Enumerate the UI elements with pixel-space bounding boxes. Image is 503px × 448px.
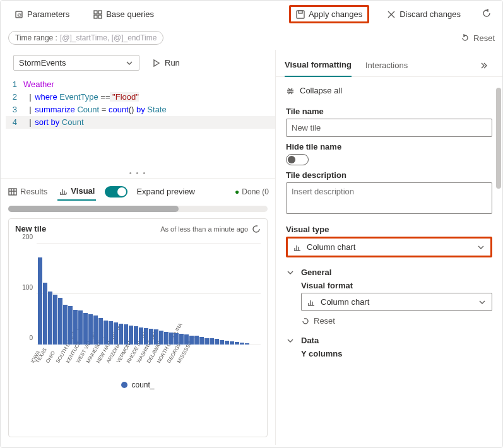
tile-desc-input[interactable] (286, 182, 492, 214)
expand-preview-label: Expand preview (136, 187, 195, 196)
refresh-icon[interactable] (252, 225, 261, 233)
time-range-value: [@]_startTime, [@]_endTime (60, 33, 157, 42)
bar (68, 306, 73, 345)
undo-icon (461, 33, 470, 42)
collapse-all-button[interactable]: Collapse all (286, 83, 492, 102)
parameters-button[interactable]: @ Parameters (8, 6, 76, 23)
expand-preview-toggle[interactable] (105, 186, 127, 197)
bar (220, 340, 224, 345)
tab-interactions[interactable]: Interactions (365, 57, 408, 76)
bar (225, 341, 229, 345)
refresh-button[interactable] (478, 5, 495, 23)
close-icon (387, 10, 396, 19)
bar (43, 283, 47, 345)
tab-visual-formatting[interactable]: Visual formatting (285, 56, 352, 77)
chart-icon (293, 243, 302, 252)
hide-tile-toggle[interactable] (286, 154, 309, 165)
chart-icon (307, 298, 316, 307)
hide-tile-label: Hide tile name (286, 142, 492, 151)
svg-rect-3 (98, 11, 102, 14)
vertical-scrollbar[interactable] (496, 88, 501, 439)
check-icon: ● (235, 187, 239, 196)
tab-results[interactable]: Results (7, 183, 49, 200)
save-icon (296, 10, 305, 19)
more-button[interactable] (477, 57, 494, 76)
chart-icon (59, 187, 68, 196)
reset-visual-button[interactable]: Reset (301, 316, 492, 326)
query-editor[interactable]: 1Weather2 | where EventType == "Flood"3 … (1, 76, 275, 131)
discard-changes-button[interactable]: Discard changes (381, 6, 467, 23)
tile-timestamp: As of less than a minute ago (160, 225, 248, 233)
resize-handle[interactable]: • • • (1, 169, 275, 178)
chevron-down-icon (286, 336, 295, 345)
bar (235, 342, 239, 345)
chevron-down-icon (286, 268, 295, 277)
tab-visual[interactable]: Visual (57, 182, 96, 201)
legend-marker (121, 382, 127, 388)
reset-label: Reset (473, 33, 495, 43)
run-label: Run (165, 58, 180, 68)
tab-results-label: Results (20, 187, 47, 196)
bar (189, 336, 194, 345)
chart-y-axis: 0100200 (15, 237, 37, 345)
bar (184, 334, 189, 345)
run-button[interactable]: Run (146, 56, 186, 70)
bar (129, 326, 133, 345)
chart-tile: New tile As of less than a minute ago 01… (8, 218, 268, 437)
visual-format-value: Column chart (321, 297, 369, 307)
reset-button[interactable]: Reset (461, 33, 495, 43)
svg-rect-2 (94, 11, 97, 14)
chart-plot (37, 237, 261, 345)
bar (204, 338, 209, 345)
bar (134, 326, 138, 345)
grid-icon (93, 10, 102, 19)
table-icon (8, 187, 17, 196)
section-data[interactable]: Data (286, 336, 492, 345)
svg-rect-4 (94, 15, 97, 18)
database-select[interactable]: StormEvents (13, 55, 139, 71)
status-done: ● Done (0 (235, 187, 269, 196)
svg-text:@: @ (17, 12, 22, 18)
bar (48, 292, 52, 345)
bar (199, 337, 204, 345)
svg-rect-7 (299, 11, 302, 13)
apply-changes-button[interactable]: Apply changes (289, 5, 369, 23)
tile-name-input[interactable] (286, 119, 492, 137)
visual-format-select[interactable]: Column chart (301, 293, 492, 311)
visual-format-label: Visual format (301, 281, 492, 290)
base-queries-label: Base queries (106, 9, 154, 19)
chevron-down-icon (476, 243, 485, 252)
database-value: StormEvents (19, 58, 66, 68)
visual-type-select[interactable]: Column chart (286, 237, 492, 257)
section-general[interactable]: General (286, 268, 492, 277)
bar (98, 318, 103, 345)
bar (38, 257, 42, 345)
bar (88, 314, 93, 345)
bar (230, 341, 234, 345)
chevron-down-icon (478, 298, 487, 307)
tile-desc-label: Tile description (286, 170, 492, 180)
bar (114, 322, 118, 345)
bar (93, 315, 98, 345)
time-range-prefix: Time range : (15, 33, 57, 42)
bar (119, 324, 123, 345)
time-range-pill[interactable]: Time range : [@]_startTime, [@]_endTime (8, 31, 163, 45)
bar (154, 329, 158, 345)
tile-name-label: Tile name (286, 107, 492, 116)
base-queries-button[interactable]: Base queries (87, 6, 160, 23)
svg-rect-5 (98, 15, 102, 18)
bar (78, 310, 83, 345)
bar (164, 332, 169, 345)
bar (169, 333, 174, 345)
bar (174, 333, 179, 345)
horizontal-scrollbar[interactable] (8, 206, 268, 212)
done-label: Done (0 (242, 187, 269, 196)
bar (83, 313, 88, 345)
chart-legend: count_ (15, 380, 261, 389)
bar (124, 324, 128, 345)
bar (240, 343, 244, 345)
bar (139, 327, 143, 345)
bar (245, 343, 249, 345)
tab-visual-label: Visual (71, 186, 95, 196)
tile-title: New tile (15, 224, 46, 233)
